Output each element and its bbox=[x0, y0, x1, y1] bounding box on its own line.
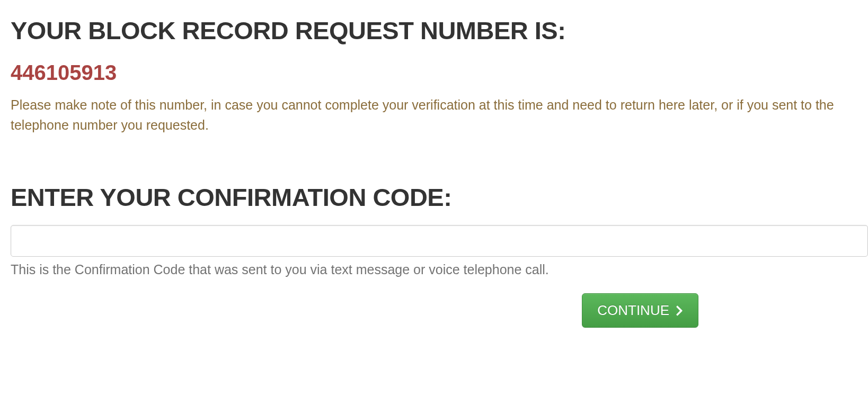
confirmation-helper-text: This is the Confirmation Code that was s… bbox=[11, 262, 868, 277]
request-number-value: 446105913 bbox=[11, 61, 868, 85]
confirmation-code-input[interactable] bbox=[11, 225, 868, 257]
continue-button-label: CONTINUE bbox=[597, 302, 669, 319]
block-record-heading: YOUR BLOCK RECORD REQUEST NUMBER IS: bbox=[11, 16, 868, 45]
chevron-right-icon bbox=[676, 305, 683, 317]
button-row: CONTINUE bbox=[11, 293, 868, 328]
confirmation-code-heading: ENTER YOUR CONFIRMATION CODE: bbox=[11, 183, 868, 212]
continue-button[interactable]: CONTINUE bbox=[582, 293, 698, 328]
request-number-note: Please make note of this number, in case… bbox=[11, 95, 868, 135]
